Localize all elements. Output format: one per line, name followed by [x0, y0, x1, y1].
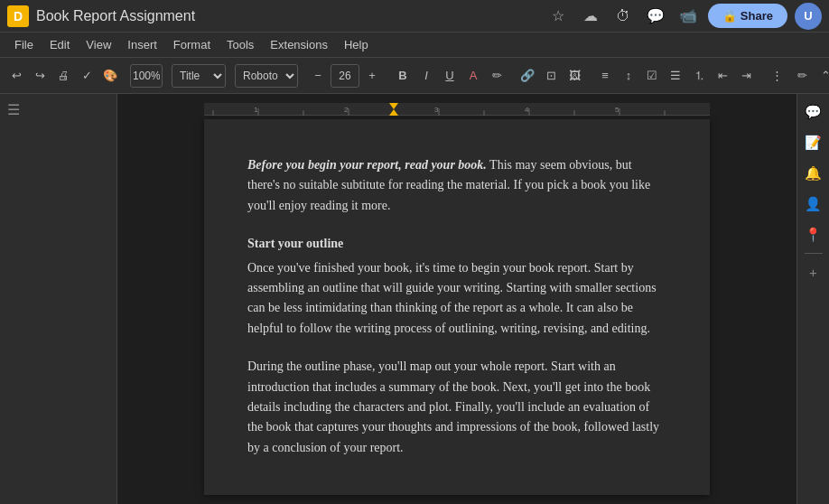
style-select[interactable]: Title Normal Heading 1: [172, 64, 226, 88]
bullet-list-button[interactable]: ☰: [665, 63, 686, 89]
title-icons: ☆ ☁ ⏱ 💬 📹 🔒 Share U: [545, 3, 822, 30]
cloud-button[interactable]: ☁: [578, 4, 603, 29]
text-color-button[interactable]: A: [462, 63, 484, 89]
title-bar: D Book Report Assignment ☆ ☁ ⏱ 💬 📹 🔒 Sha…: [0, 0, 829, 33]
menu-bar: File Edit View Insert Format Tools Exten…: [0, 33, 829, 58]
paragraph-1: Before you begin your report, read your …: [247, 155, 666, 216]
numbered-list-button[interactable]: ⒈: [688, 63, 710, 89]
zoom-input[interactable]: [130, 64, 163, 88]
undo-button[interactable]: ↩: [5, 63, 27, 89]
ruler: 1 2 3 4 5: [204, 103, 710, 116]
link-button[interactable]: 🔗: [517, 63, 538, 89]
more-options-button[interactable]: ⋮: [766, 63, 787, 89]
svg-marker-17: [389, 103, 398, 109]
sidebar-divider: [805, 253, 823, 254]
maps-button[interactable]: 📍: [801, 222, 826, 247]
menu-tools[interactable]: Tools: [219, 35, 261, 54]
spell-check-button[interactable]: ✓: [76, 63, 98, 89]
right-sidebar: 💬 📝 🔔 👤 📍 +: [796, 94, 829, 504]
font-size-input[interactable]: [331, 64, 359, 88]
underline-button[interactable]: U: [439, 63, 461, 89]
paragraph-3: During the outline phase, you'll map out…: [247, 357, 666, 458]
menu-view[interactable]: View: [79, 35, 118, 54]
main-area: ☰ 1 2 3: [0, 94, 829, 504]
history-button[interactable]: ⏱: [610, 4, 636, 29]
menu-file[interactable]: File: [7, 35, 41, 54]
paragraph-2-body: Once you've finished your book, it's tim…: [247, 261, 657, 335]
chat-button[interactable]: 💬: [643, 4, 668, 29]
menu-insert[interactable]: Insert: [120, 35, 164, 54]
outline-toggle-icon[interactable]: ☰: [7, 101, 20, 118]
avatar: U: [795, 3, 822, 30]
paragraph-2-heading: Start your outline: [247, 234, 666, 254]
add-addon-button[interactable]: +: [801, 259, 826, 285]
comments-button[interactable]: 💬: [801, 99, 826, 125]
checklist-button[interactable]: ☑: [641, 63, 663, 89]
svg-marker-16: [389, 109, 398, 116]
suggestions-button[interactable]: 📝: [801, 130, 826, 155]
italic-button[interactable]: I: [415, 63, 437, 89]
paragraph-1-lead: Before you begin your report, read your …: [247, 158, 487, 172]
star-button[interactable]: ☆: [545, 4, 571, 29]
menu-edit[interactable]: Edit: [42, 35, 77, 54]
print-button[interactable]: 🖨: [52, 63, 74, 89]
indent-increase-button[interactable]: ⇥: [735, 63, 757, 89]
line-spacing-button[interactable]: ↕: [618, 63, 639, 89]
menu-help[interactable]: Help: [337, 35, 376, 54]
insert-image-button[interactable]: 🖼: [564, 63, 585, 89]
video-button[interactable]: 📹: [675, 4, 701, 29]
decrease-font-button[interactable]: −: [307, 63, 329, 89]
share-button[interactable]: 🔒 Share: [708, 4, 787, 28]
share-label: Share: [741, 9, 773, 23]
svg-text:4: 4: [525, 106, 529, 114]
document-area: 1 2 3 4 5 Before you begin your report, …: [117, 94, 796, 504]
document-page: Before you begin your report, read your …: [204, 119, 710, 495]
paragraph-3-body: During the outline phase, you'll map out…: [247, 359, 659, 454]
context-button[interactable]: 🔔: [801, 161, 826, 186]
lock-icon: 🔒: [722, 9, 737, 23]
redo-button[interactable]: ↪: [29, 63, 51, 89]
app-icon: D: [7, 5, 29, 27]
menu-format[interactable]: Format: [166, 35, 218, 54]
increase-font-button[interactable]: +: [361, 63, 383, 89]
toolbar: ↩ ↪ 🖨 ✓ 🎨 Title Normal Heading 1 Roboto …: [0, 58, 829, 94]
paragraph-2: Start your outline Once you've finished …: [247, 234, 666, 339]
ruler-marks: 1 2 3 4 5: [204, 103, 710, 115]
document-title: Book Report Assignment: [36, 8, 538, 24]
left-panel: ☰: [0, 94, 117, 504]
pencil-button[interactable]: ✏: [791, 63, 813, 89]
bold-button[interactable]: B: [392, 63, 414, 89]
caret-up-button[interactable]: ⌃: [815, 63, 829, 89]
svg-text:3: 3: [434, 106, 439, 114]
menu-extensions[interactable]: Extensions: [263, 35, 335, 54]
font-select[interactable]: Roboto Arial Georgia: [235, 64, 298, 88]
people-button[interactable]: 👤: [801, 191, 826, 217]
svg-text:5: 5: [615, 106, 619, 114]
paint-format-button[interactable]: 🎨: [99, 63, 121, 89]
indent-decrease-button[interactable]: ⇤: [712, 63, 733, 89]
svg-text:1: 1: [254, 106, 258, 114]
highlight-button[interactable]: ✏: [486, 63, 508, 89]
align-button[interactable]: ≡: [594, 63, 616, 89]
insert-image-inline-button[interactable]: ⊡: [540, 63, 562, 89]
svg-text:2: 2: [344, 106, 349, 114]
